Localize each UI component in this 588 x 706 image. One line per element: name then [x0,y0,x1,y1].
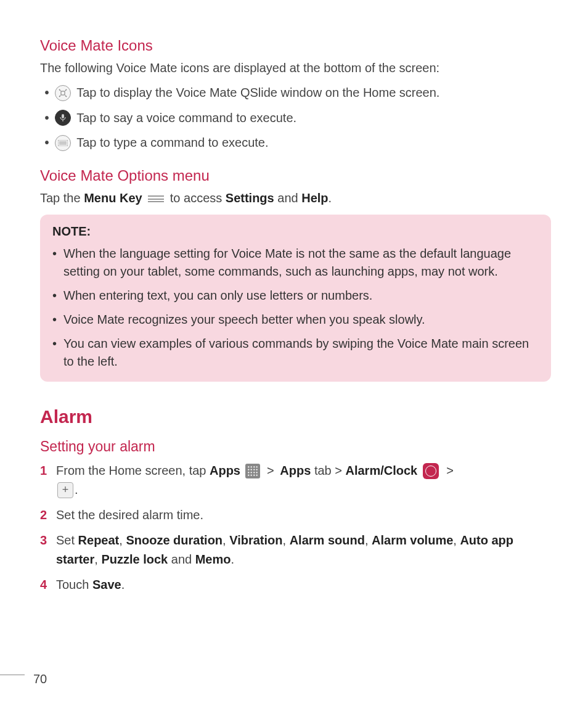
bullet: • [40,83,54,102]
bullet: • [52,245,63,281]
bullet: • [52,311,63,329]
note-item: • Voice Mate recognizes your speech bett… [52,311,539,329]
voice-mate-icons-intro: The following Voice Mate icons are displ… [40,59,551,77]
svg-rect-1 [62,114,64,118]
note-box: NOTE: • When the language setting for Vo… [40,215,551,382]
setting-alarm-section: Setting your alarm 1 From the Home scree… [40,438,551,594]
note-item: • When the language setting for Voice Ma… [52,245,539,281]
note-title: NOTE: [52,224,539,239]
step-text: Set the desired alarm time. [56,506,551,525]
step-text: Set Repeat, Snooze duration, Vibration, … [56,531,551,569]
apps-icon [245,464,260,478]
list-item: • Tap to type a command to execute. [40,133,551,152]
step-text: Touch Save. [56,575,551,594]
settings-label: Settings [226,191,274,205]
options-menu-text: Tap the Menu Key to access Settings and … [40,189,551,207]
voice-mate-icons-list: • Tap to display the Voice Mate QSlide w… [40,83,551,152]
voice-mate-icons-heading: Voice Mate Icons [40,37,551,54]
list-item-text: Tap to type a command to execute. [76,136,268,149]
note-item: • When entering text, you can only use l… [52,287,539,305]
note-text: You can view examples of various command… [63,335,539,371]
mic-icon [55,110,71,126]
page-number: 70 [33,672,47,686]
list-item: • Tap to say a voice command to execute. [40,109,551,128]
setting-alarm-heading: Setting your alarm [40,438,551,455]
step-item: 2 Set the desired alarm time. [40,506,551,525]
keyboard-icon [55,135,71,151]
step-item: 1 From the Home screen, tap Apps > Apps … [40,461,551,499]
step-item: 4 Touch Save. [40,575,551,594]
qslide-icon [55,85,71,101]
menu-key-icon [148,194,164,205]
svg-rect-0 [61,91,65,95]
voice-mate-options-section: Voice Mate Options menu Tap the Menu Key… [40,167,551,382]
step-number: 1 [40,461,56,499]
bullet: • [52,287,63,305]
list-item-text: Tap to say a voice command to execute. [76,111,296,125]
alarm-heading: Alarm [40,406,551,427]
note-item: • You can view examples of various comma… [52,335,539,371]
step-item: 3 Set Repeat, Snooze duration, Vibration… [40,531,551,569]
note-text: When the language setting for Voice Mate… [63,245,539,281]
add-alarm-icon: + [57,482,73,498]
step-number: 3 [40,531,56,569]
bullet: • [40,133,54,152]
list-item: • Tap to display the Voice Mate QSlide w… [40,83,551,102]
alarm-clock-icon [423,463,439,479]
step-text: From the Home screen, tap Apps > Apps ta… [56,461,551,499]
list-item-text: Tap to display the Voice Mate QSlide win… [76,86,439,99]
note-text: When entering text, you can only use let… [63,287,539,305]
voice-mate-options-heading: Voice Mate Options menu [40,167,551,184]
note-text: Voice Mate recognizes your speech better… [63,311,539,329]
page-footer: 70 [0,672,47,686]
voice-mate-icons-section: Voice Mate Icons The following Voice Mat… [40,37,551,152]
bullet: • [40,109,54,127]
step-number: 4 [40,575,56,594]
bullet: • [52,335,63,371]
menu-key-label: Menu Key [84,191,142,205]
alarm-steps: 1 From the Home screen, tap Apps > Apps … [40,461,551,594]
help-label: Help [301,191,328,205]
step-number: 2 [40,506,56,525]
footer-rule [0,675,25,675]
